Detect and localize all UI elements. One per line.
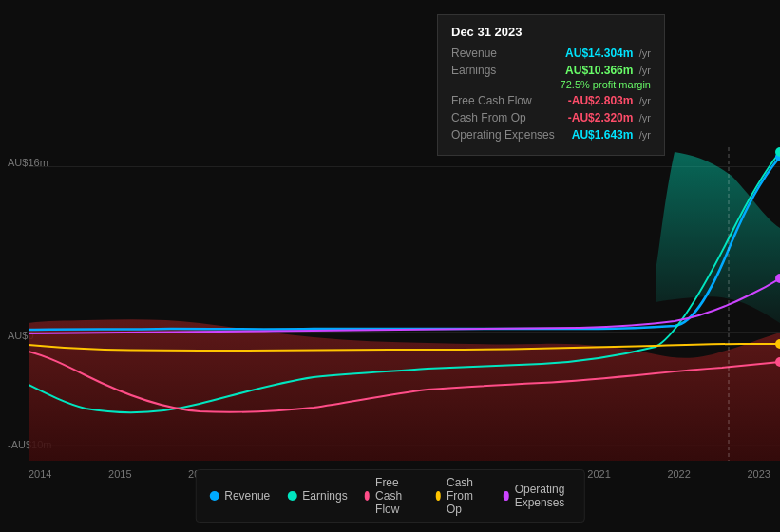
legend-earnings[interactable]: Earnings — [287, 489, 347, 503]
legend-label-cashfromop: Cash From Op — [447, 476, 486, 516]
x-label-2023: 2023 — [747, 468, 770, 480]
legend-dot-revenue — [209, 491, 219, 501]
tooltip-row-fcf: Free Cash Flow -AU$2.803m /yr — [451, 94, 651, 107]
tooltip-value-cashfromop: -AU$2.320m /yr — [568, 111, 651, 124]
x-label-2015: 2015 — [108, 468, 131, 480]
tooltip-profit-margin: 72.5% profit margin — [451, 79, 651, 90]
tooltip-box: Dec 31 2023 Revenue AU$14.304m /yr Earni… — [437, 14, 665, 156]
tooltip-label-earnings: Earnings — [451, 64, 496, 77]
tooltip-row-opex: Operating Expenses AU$1.643m /yr — [451, 128, 651, 142]
legend: Revenue Earnings Free Cash Flow Cash Fro… — [195, 469, 585, 522]
tooltip-date: Dec 31 2023 — [451, 25, 651, 39]
legend-dot-fcf — [365, 491, 370, 501]
tooltip-row-revenue: Revenue AU$14.304m /yr — [451, 47, 651, 60]
x-label-2021: 2021 — [587, 468, 610, 480]
tooltip-label-opex: Operating Expenses — [451, 128, 555, 142]
tooltip-label-cashfromop: Cash From Op — [451, 111, 526, 124]
tooltip-label-revenue: Revenue — [451, 47, 497, 60]
tooltip-value-fcf: -AU$2.803m /yr — [568, 94, 651, 107]
legend-opex[interactable]: Operating Expenses — [504, 483, 571, 509]
legend-label-earnings: Earnings — [302, 489, 347, 503]
tooltip-value-revenue: AU$14.304m /yr — [565, 47, 651, 60]
legend-dot-cashfromop — [436, 491, 441, 501]
legend-label-revenue: Revenue — [224, 489, 270, 503]
legend-fcf[interactable]: Free Cash Flow — [365, 476, 419, 516]
tooltip-row-earnings: Earnings AU$10.366m /yr — [451, 64, 651, 77]
legend-dot-earnings — [287, 491, 296, 501]
chart-container: Dec 31 2023 Revenue AU$14.304m /yr Earni… — [0, 0, 780, 532]
legend-cashfromop[interactable]: Cash From Op — [436, 476, 487, 516]
legend-dot-opex — [504, 491, 508, 501]
x-label-2014: 2014 — [29, 468, 51, 480]
legend-revenue[interactable]: Revenue — [209, 489, 270, 503]
tooltip-value-earnings: AU$10.366m /yr — [565, 64, 651, 77]
x-label-2022: 2022 — [667, 468, 690, 480]
tooltip-value-opex: AU$1.643m /yr — [572, 128, 651, 142]
chart-svg — [29, 147, 780, 461]
legend-label-opex: Operating Expenses — [515, 483, 571, 509]
tooltip-label-fcf: Free Cash Flow — [451, 94, 532, 107]
legend-label-fcf: Free Cash Flow — [375, 476, 419, 516]
tooltip-row-cashfromop: Cash From Op -AU$2.320m /yr — [451, 111, 651, 124]
